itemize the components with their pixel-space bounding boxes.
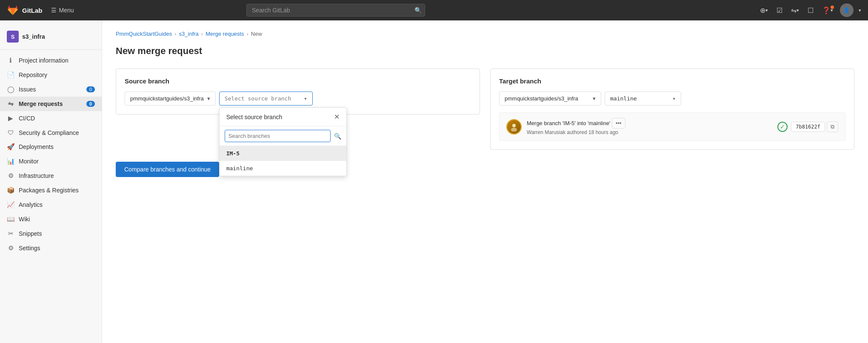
dropdown-search-area: 🔍	[220, 126, 346, 146]
issues-icon: ☐	[808, 6, 814, 14]
commit-actions: ✓ 7b81622f ⧉	[777, 121, 838, 132]
project-name: s3_infra	[22, 33, 45, 40]
target-repo-select[interactable]: pmmquickstartguides/s3_infra ▾	[499, 91, 601, 106]
avatar-inner	[507, 120, 521, 134]
svg-point-1	[511, 128, 517, 131]
issues-nav-button[interactable]: ☐	[806, 5, 815, 16]
sidebar-item-security-compliance[interactable]: 🛡 Security & Compliance	[0, 126, 102, 140]
breadcrumb-s3-infra[interactable]: s3_infra	[179, 31, 199, 37]
gitlab-logo[interactable]: GitLab	[7, 4, 43, 16]
sidebar-item-monitor[interactable]: 📊 Monitor	[0, 154, 102, 169]
branch-option-im5[interactable]: IM-5	[220, 146, 346, 161]
sidebar: S s3_infra ℹ Project information 📄 Repos…	[0, 20, 102, 343]
topnav-actions: ⊕ ▾ ☑ ⇋ ▾ ☐ ❓ ▾ 👤 ▾	[758, 3, 861, 17]
chevron-icon: ▾	[765, 8, 768, 13]
breadcrumb-new: New	[251, 31, 262, 37]
sidebar-item-wiki[interactable]: 📖 Wiki	[0, 212, 102, 226]
source-branch-dropdown-container: Select source branch ▾ Select source bra…	[219, 91, 313, 106]
commit-copy-button[interactable]: ⧉	[827, 121, 838, 132]
chevron-down-avatar: ▾	[859, 8, 861, 13]
project-icon: S	[7, 31, 19, 43]
avatar-image: 👤	[843, 7, 850, 13]
source-branch-select[interactable]: Select source branch ▾	[219, 91, 313, 106]
source-repo-select[interactable]: pmmquickstartguides/s3_infra ▾	[125, 91, 216, 106]
sidebar-item-cicd[interactable]: ▶ CI/CD	[0, 111, 102, 126]
search-icon: 🔍	[414, 7, 422, 14]
repository-icon: 📄	[7, 71, 14, 79]
breadcrumb-sep-2: ›	[201, 31, 203, 37]
security-icon: 🛡	[7, 129, 14, 136]
hamburger-icon: ☰	[51, 7, 57, 14]
target-panel-title: Target branch	[499, 77, 845, 85]
sidebar-item-label: Issues	[19, 86, 82, 93]
menu-button[interactable]: ☰ Menu	[48, 5, 77, 15]
sidebar-item-infrastructure[interactable]: ⚙ Infrastructure	[0, 169, 102, 183]
target-branch-select[interactable]: mainline ▾	[605, 91, 681, 106]
snippets-icon: ✂	[7, 230, 14, 237]
target-branch-value: mainline	[610, 95, 637, 102]
help-icon: ❓	[822, 6, 831, 14]
help-button[interactable]: ❓ ▾	[820, 5, 835, 16]
gitlab-wordmark: GitLab	[22, 7, 43, 14]
branch-search-input[interactable]	[225, 130, 331, 142]
project-header: S s3_infra	[0, 27, 102, 50]
info-icon: ℹ	[7, 57, 14, 64]
source-branch-panel: Source branch pmmquickstartguides/s3_inf…	[116, 69, 480, 114]
packages-icon: 📦	[7, 186, 14, 194]
dropdown-title: Select source branch	[226, 114, 283, 120]
breadcrumb-merge-requests[interactable]: Merge requests	[206, 31, 244, 37]
sidebar-item-label: Merge requests	[19, 100, 82, 107]
commit-author: Warren Marusiak	[527, 129, 565, 135]
commit-message: Merge branch 'IM-5' into 'mainline' •••	[527, 118, 772, 129]
sidebar-item-label: Monitor	[19, 158, 95, 165]
merge-requests-nav-button[interactable]: ⇋ ▾	[789, 5, 801, 16]
issues-nav-icon: ◯	[7, 86, 14, 93]
merge-icon: ⇋	[791, 6, 797, 14]
user-avatar[interactable]: 👤	[840, 3, 854, 17]
sidebar-item-label: Project information	[19, 57, 95, 64]
chevron-down-target-branch-icon: ▾	[672, 95, 676, 102]
commit-more-button[interactable]: •••	[612, 118, 625, 129]
source-branch-value: Select source branch	[225, 95, 291, 102]
sidebar-item-merge-requests[interactable]: ⇋ Merge requests 0	[0, 97, 102, 111]
menu-label: Menu	[59, 7, 74, 14]
dropdown-close-button[interactable]: ✕	[334, 113, 340, 121]
plus-icon: ⊕	[760, 6, 765, 14]
search-input[interactable]	[246, 4, 425, 17]
create-button[interactable]: ⊕ ▾	[758, 5, 770, 16]
sidebar-item-repository[interactable]: 📄 Repository	[0, 68, 102, 82]
sidebar-item-project-information[interactable]: ℹ Project information	[0, 53, 102, 68]
chevron-down-target-repo-icon: ▾	[593, 95, 596, 102]
commit-info: Merge branch 'IM-5' into 'mainline' ••• …	[499, 112, 845, 141]
sidebar-item-label: Repository	[19, 71, 95, 78]
svg-point-0	[512, 124, 516, 127]
sidebar-item-label: Deployments	[19, 143, 95, 150]
sidebar-item-snippets[interactable]: ✂ Snippets	[0, 226, 102, 241]
deployments-icon: 🚀	[7, 143, 14, 151]
sidebar-item-deployments[interactable]: 🚀 Deployments	[0, 140, 102, 154]
branch-option-mainline[interactable]: mainline	[220, 161, 346, 176]
monitor-icon: 📊	[7, 157, 14, 165]
infrastructure-icon: ⚙	[7, 172, 14, 180]
sidebar-item-issues[interactable]: ◯ Issues 0	[0, 82, 102, 97]
settings-icon: ⚙	[7, 244, 14, 252]
sidebar-item-label: Packages & Registries	[19, 187, 95, 194]
source-panel-title: Source branch	[125, 77, 471, 85]
todo-button[interactable]: ☑	[775, 5, 784, 16]
commit-status-icon: ✓	[777, 122, 788, 132]
merge-requests-nav-icon: ⇋	[7, 100, 14, 108]
breadcrumb-pmmquickstartguides[interactable]: PmmQuickStartGuides	[116, 31, 172, 37]
sidebar-item-label: Security & Compliance	[19, 129, 95, 136]
source-repo-value: pmmquickstartguides/s3_infra	[130, 95, 204, 102]
issues-badge: 0	[86, 86, 95, 92]
breadcrumb: PmmQuickStartGuides › s3_infra › Merge r…	[116, 31, 854, 37]
sidebar-item-label: Wiki	[19, 216, 95, 223]
breadcrumb-sep-1: ›	[174, 31, 176, 37]
compare-branches-button[interactable]: Compare branches and continue	[116, 162, 219, 177]
search-icon-dropdown: 🔍	[334, 133, 341, 140]
chevron-down-icon: ▾	[797, 8, 799, 13]
sidebar-item-label: CI/CD	[19, 115, 95, 122]
sidebar-item-packages-registries[interactable]: 📦 Packages & Registries	[0, 183, 102, 197]
sidebar-item-analytics[interactable]: 📈 Analytics	[0, 197, 102, 212]
sidebar-item-settings[interactable]: ⚙ Settings	[0, 241, 102, 255]
